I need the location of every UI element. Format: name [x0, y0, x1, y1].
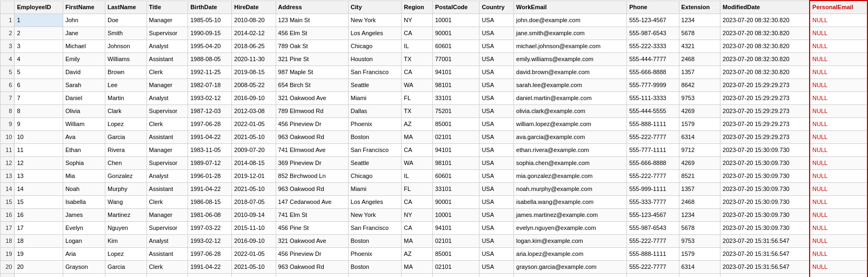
cell-Phone[interactable]: 555-123-4567	[627, 14, 679, 27]
cell-HireDate[interactable]: 2010-08-20	[232, 14, 276, 27]
cell-Title[interactable]: Manager	[146, 274, 188, 278]
cell-BirthDate[interactable]: 1985-05-10	[188, 14, 232, 27]
cell-Phone[interactable]: 555-666-8888	[627, 157, 679, 170]
cell-Extension[interactable]: 8642	[679, 79, 720, 92]
cell-Address[interactable]: 741 Elmwood Ave	[276, 274, 348, 278]
cell-HireDate[interactable]: 2014-02-12	[232, 27, 276, 40]
table-row[interactable]: 1212SophiaChenSupervisor1989-07-122014-0…	[1, 157, 868, 170]
col-header-PersonalEmail[interactable]: PersonalEmail	[810, 1, 867, 14]
cell-Extension[interactable]: 1579	[679, 118, 720, 131]
cell-ModifiedDate[interactable]: 2023-07-20 15:30:09.730	[720, 222, 810, 235]
cell-PostalCode[interactable]: 94101	[432, 144, 479, 157]
cell-Phone[interactable]: 555-888-1111	[627, 118, 679, 131]
cell-PersonalEmail[interactable]: NULL	[810, 274, 867, 278]
cell-Title[interactable]: Supervisor	[146, 105, 188, 118]
cell-row-num[interactable]: 12	[1, 157, 15, 170]
cell-Country[interactable]: USA	[479, 92, 514, 105]
col-header-LastName[interactable]: LastName	[105, 1, 147, 14]
cell-Country[interactable]: USA	[479, 131, 514, 144]
cell-EmployeeID[interactable]: 9	[15, 118, 63, 131]
table-row[interactable]: 2020GraysonGarciaClerk1991-04-222021-05-…	[1, 261, 868, 274]
cell-FirstName[interactable]: Evelyn	[63, 222, 105, 235]
cell-Title[interactable]: Clerk	[146, 261, 188, 274]
cell-Region[interactable]: CA	[402, 27, 433, 40]
cell-ModifiedDate[interactable]: 2023-07-20 08:32:30.820	[720, 53, 810, 66]
cell-Address[interactable]: 123 Main St	[276, 14, 348, 27]
cell-PersonalEmail[interactable]: NULL	[810, 92, 867, 105]
cell-Region[interactable]: WA	[402, 79, 433, 92]
cell-Phone[interactable]: 555-666-8888	[627, 66, 679, 79]
cell-Region[interactable]: MA	[402, 261, 433, 274]
cell-PersonalEmail[interactable]: NULL	[810, 40, 867, 53]
cell-row-num[interactable]: 1	[1, 14, 15, 27]
cell-FirstName[interactable]: Jane	[63, 27, 105, 40]
cell-row-num[interactable]: 2	[1, 27, 15, 40]
table-row[interactable]: 1919AriaLopezAssistant1997-06-282022-01-…	[1, 248, 868, 261]
cell-LastName[interactable]: Doe	[105, 14, 147, 27]
cell-LastName[interactable]: Lopez	[105, 248, 147, 261]
cell-row-num[interactable]: 11	[1, 144, 15, 157]
cell-Address[interactable]: 456 Pineview Dr	[276, 118, 348, 131]
cell-Country[interactable]: USA	[479, 209, 514, 222]
cell-City[interactable]: San Francisco	[348, 222, 402, 235]
cell-BirthDate[interactable]: 1997-06-28	[188, 248, 232, 261]
table-row[interactable]: 11JohnDoeManager1985-05-102010-08-20123 …	[1, 14, 868, 27]
cell-WorkEmail[interactable]: ethan.rivera@example.com	[514, 144, 627, 157]
cell-Title[interactable]: Manager	[146, 144, 188, 157]
cell-Region[interactable]: IL	[402, 170, 433, 183]
cell-LastName[interactable]: Lopez	[105, 118, 147, 131]
cell-Address[interactable]: 369 Pineview Dr	[276, 157, 348, 170]
cell-Extension[interactable]: 4321	[679, 40, 720, 53]
cell-City[interactable]: Phoenix	[348, 248, 402, 261]
cell-PersonalEmail[interactable]: NULL	[810, 209, 867, 222]
col-header-Region[interactable]: Region	[402, 1, 433, 14]
cell-ModifiedDate[interactable]: 2023-07-20 08:32:30.820	[720, 27, 810, 40]
cell-WorkEmail[interactable]: grayson.garcia@example.com	[514, 261, 627, 274]
cell-FirstName[interactable]: Michael	[63, 40, 105, 53]
cell-PostalCode[interactable]: 75201	[432, 105, 479, 118]
cell-Title[interactable]: Clerk	[146, 118, 188, 131]
cell-ModifiedDate[interactable]: 2023-07-20 15:31:56.547	[720, 261, 810, 274]
cell-PostalCode[interactable]: 02101	[432, 235, 479, 248]
cell-BirthDate[interactable]: 1991-04-22	[188, 261, 232, 274]
cell-HireDate[interactable]: 2021-05-10	[232, 131, 276, 144]
col-header-Extension[interactable]: Extension	[679, 1, 720, 14]
cell-Title[interactable]: Analyst	[146, 235, 188, 248]
cell-EmployeeID[interactable]: 12	[15, 157, 63, 170]
cell-LastName[interactable]: Johnson	[105, 40, 147, 53]
cell-WorkEmail[interactable]: noah.murphy@example.com	[514, 183, 627, 196]
cell-row-num[interactable]: 9	[1, 118, 15, 131]
cell-HireDate[interactable]: 2011-06-20	[232, 274, 276, 278]
cell-Address[interactable]: 321 Oakwood Ave	[276, 235, 348, 248]
cell-Country[interactable]: USA	[479, 157, 514, 170]
cell-PostalCode[interactable]: 85001	[432, 118, 479, 131]
cell-WorkEmail[interactable]: ava.garcia@example.com	[514, 131, 627, 144]
cell-EmployeeID[interactable]: 11	[15, 144, 63, 157]
cell-City[interactable]: Miami	[348, 92, 402, 105]
cell-WorkEmail[interactable]: aria.lopez@example.com	[514, 248, 627, 261]
cell-City[interactable]: Chicago	[348, 40, 402, 53]
cell-ModifiedDate[interactable]: 2023-07-20 08:32:30.820	[720, 14, 810, 27]
cell-PostalCode[interactable]: 94101	[432, 66, 479, 79]
table-row[interactable]: 1414NoahMurphyAssistant1991-04-222021-05…	[1, 183, 868, 196]
cell-HireDate[interactable]: 2022-01-05	[232, 118, 276, 131]
cell-Address[interactable]: 963 Oakwood Rd	[276, 261, 348, 274]
cell-WorkEmail[interactable]: isabella.wang@example.com	[514, 196, 627, 209]
cell-BirthDate[interactable]: 1983-11-05	[188, 274, 232, 278]
cell-City[interactable]: Miami	[348, 183, 402, 196]
cell-Address[interactable]: 321 Oakwood Ave	[276, 92, 348, 105]
cell-Title[interactable]: Manager	[146, 14, 188, 27]
cell-City[interactable]: San Francisco	[348, 144, 402, 157]
cell-PostalCode[interactable]: 98101	[432, 157, 479, 170]
cell-Extension[interactable]: 9712	[679, 144, 720, 157]
cell-HireDate[interactable]: 2018-06-25	[232, 40, 276, 53]
cell-Region[interactable]: AZ	[402, 248, 433, 261]
cell-PersonalEmail[interactable]: NULL	[810, 235, 867, 248]
cell-LastName[interactable]: Kim	[105, 235, 147, 248]
cell-Phone[interactable]: 555-987-6543	[627, 27, 679, 40]
cell-Region[interactable]: WA	[402, 157, 433, 170]
cell-Country[interactable]: USA	[479, 105, 514, 118]
cell-FirstName[interactable]: Isabella	[63, 196, 105, 209]
cell-City[interactable]: Seattle	[348, 157, 402, 170]
cell-LastName[interactable]: Clark	[105, 105, 147, 118]
